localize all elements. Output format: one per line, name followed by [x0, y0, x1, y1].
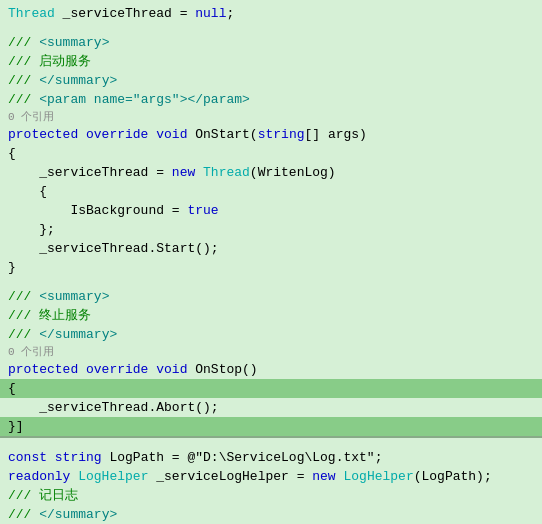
code-token: ///: [8, 505, 39, 524]
code-line: {: [0, 182, 542, 201]
code-token: protected: [8, 360, 86, 379]
code-token: _serviceThread =: [55, 4, 195, 23]
code-token: <summary>: [39, 287, 109, 306]
code-token: };: [8, 220, 55, 239]
code-token: OnStop(): [195, 360, 257, 379]
code-line: _serviceThread.Start();: [0, 239, 542, 258]
code-token: ///: [8, 71, 39, 90]
code-token: override: [86, 125, 156, 144]
code-token: <summary>: [39, 33, 109, 52]
code-token: Thread: [203, 163, 250, 182]
code-token: string: [258, 125, 305, 144]
code-token: void: [156, 125, 195, 144]
code-token: _serviceThread.Abort();: [8, 398, 219, 417]
code-token: _serviceLogHelper =: [148, 467, 312, 486]
code-token: readonly: [8, 467, 78, 486]
code-token: const: [8, 448, 55, 467]
code-token: ///: [8, 90, 39, 109]
code-token: IsBackground =: [8, 201, 187, 220]
code-line: 0 个引用: [0, 344, 542, 360]
code-line: /// 记日志: [0, 486, 542, 505]
code-line: /// </summary>: [0, 71, 542, 90]
code-token: protected: [8, 125, 86, 144]
code-line: {: [0, 379, 542, 398]
code-token: null: [195, 4, 226, 23]
code-line: /// </summary>: [0, 325, 542, 344]
code-token: ;: [226, 4, 234, 23]
code-token: new: [172, 163, 203, 182]
code-line: protected override void OnStart(string[]…: [0, 125, 542, 144]
code-token: /// 终止服务: [8, 306, 91, 325]
code-token: ///: [8, 287, 39, 306]
code-line: _serviceThread = new Thread(WritenLog): [0, 163, 542, 182]
code-token: LogPath = @"D:\ServiceLog\Log.txt";: [109, 448, 382, 467]
code-token: ///: [8, 325, 39, 344]
code-token: 记日志: [39, 486, 78, 505]
code-line: 0 个引用: [0, 109, 542, 125]
code-line: /// </summary>: [0, 505, 542, 524]
code-token: </summary>: [39, 325, 117, 344]
code-line: IsBackground = true: [0, 201, 542, 220]
code-token: <param name="args"></param>: [39, 90, 250, 109]
code-line: protected override void OnStop(): [0, 360, 542, 379]
code-token: override: [86, 360, 156, 379]
code-token: </summary>: [39, 71, 117, 90]
code-line: };: [0, 220, 542, 239]
code-line: [0, 23, 542, 33]
code-token: {: [8, 379, 16, 398]
code-token: ///: [8, 33, 39, 52]
code-token: ///: [8, 486, 39, 505]
code-token: {: [8, 182, 47, 201]
code-token: _serviceThread =: [8, 163, 172, 182]
code-token: ]: [16, 417, 24, 436]
code-token: {: [8, 144, 16, 163]
code-token: }: [8, 417, 16, 436]
code-token: /// 启动服务: [8, 52, 91, 71]
code-token: new: [312, 467, 343, 486]
code-line: /// <summary>: [0, 287, 542, 306]
code-line: Thread _serviceThread = null;: [0, 4, 542, 23]
code-token: LogHelper: [343, 467, 413, 486]
code-line: readonly LogHelper _serviceLogHelper = n…: [0, 467, 542, 486]
code-line: /// <summary>: [0, 33, 542, 52]
code-token: LogHelper: [78, 467, 148, 486]
code-line: [0, 277, 542, 287]
code-token: (WritenLog): [250, 163, 336, 182]
code-line: }]: [0, 417, 542, 436]
code-line: {: [0, 144, 542, 163]
code-token: OnStart(: [195, 125, 257, 144]
code-line: _serviceThread.Abort();: [0, 398, 542, 417]
code-line: const string LogPath = @"D:\ServiceLog\L…: [0, 448, 542, 467]
code-token: </summary>: [39, 505, 117, 524]
code-token: (LogPath);: [414, 467, 492, 486]
code-line: /// <param name="args"></param>: [0, 90, 542, 109]
code-token: }: [8, 258, 16, 277]
code-token: true: [187, 201, 218, 220]
code-line: /// 启动服务: [0, 52, 542, 71]
code-token: void: [156, 360, 195, 379]
code-token: _serviceThread.Start();: [8, 239, 219, 258]
code-token: Thread: [8, 4, 55, 23]
code-line: /// 终止服务: [0, 306, 542, 325]
code-editor: Thread _serviceThread = null;/// <summar…: [0, 0, 542, 524]
code-token: [] args): [304, 125, 366, 144]
code-line: }: [0, 258, 542, 277]
code-line: [0, 438, 542, 448]
code-token: string: [55, 448, 110, 467]
